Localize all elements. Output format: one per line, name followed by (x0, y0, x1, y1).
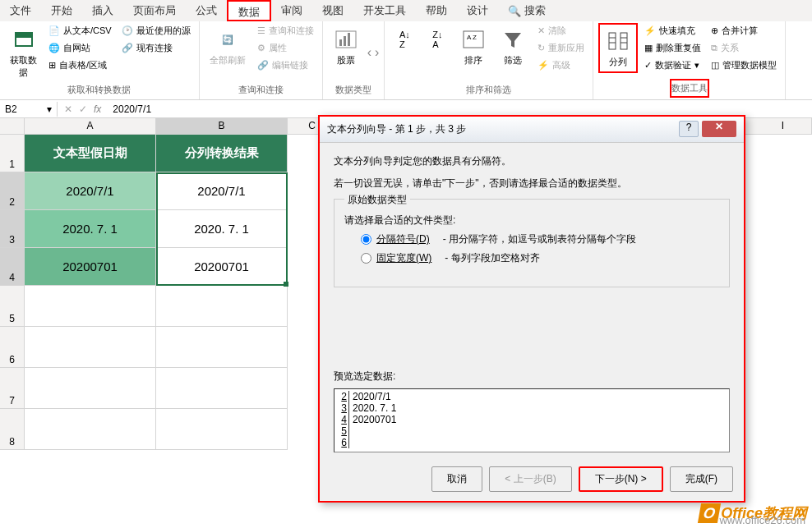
formula-input[interactable]: 2020/7/1 (108, 102, 812, 117)
tab-dev[interactable]: 开发工具 (353, 0, 416, 21)
name-box[interactable]: B2 ▾ (0, 102, 58, 117)
preview-box[interactable]: 22020/7/1 32020. 7. 1 420200701 5 6 (334, 388, 730, 452)
group-sort-filter: A↓Z Z↓A A Z 排序 筛选 ✕清除 ↻重新应用 ⚡高级 排序和筛选 (385, 21, 593, 99)
reapply-button[interactable]: ↻重新应用 (534, 40, 588, 56)
select-all-corner[interactable] (0, 118, 25, 134)
from-table-button[interactable]: ⊞自表格/区域 (45, 57, 115, 73)
finish-button[interactable]: 完成(F) (670, 466, 733, 492)
recent-sources-button[interactable]: 🕑最近使用的源 (118, 23, 194, 39)
row-header-1[interactable]: 1 (0, 135, 25, 172)
svg-rect-4 (344, 36, 346, 46)
group3-label: 数据类型 (328, 82, 380, 98)
manage-model-button[interactable]: ◫管理数据模型 (708, 57, 780, 73)
group-data-tools: 分列 ⚡快速填充 ▦删除重复值 ✓数据验证▾ ⊕合并计算 ⧉关系 ◫管理数据模型… (593, 21, 786, 99)
tab-home[interactable]: 开始 (41, 0, 82, 21)
dialog-titlebar[interactable]: 文本分列向导 - 第 1 步，共 3 步 ? ✕ (319, 116, 745, 143)
row-header-7[interactable]: 7 (0, 368, 25, 409)
existing-conn-button[interactable]: 🔗现有连接 (118, 40, 194, 56)
remove-dup-icon: ▦ (644, 43, 653, 53)
tab-search[interactable]: 🔍 搜索 (498, 0, 556, 21)
consolidate-button[interactable]: ⊕合并计算 (708, 23, 780, 39)
flash-icon: ⚡ (644, 25, 656, 36)
choose-type-label: 请选择最合适的文件类型: (344, 213, 719, 227)
tab-page-layout[interactable]: 页面布局 (123, 0, 186, 21)
dialog-close-button[interactable]: ✕ (702, 121, 736, 137)
connection-icon: 🔗 (122, 43, 133, 53)
group-data-types: 股票 ‹ › 数据类型 (323, 21, 385, 99)
advanced-button[interactable]: ⚡高级 (534, 57, 588, 73)
tab-help[interactable]: 帮助 (416, 0, 457, 21)
clear-button[interactable]: ✕清除 (534, 23, 588, 39)
svg-rect-5 (348, 33, 350, 46)
col-header-I[interactable]: I (754, 118, 812, 134)
chevron-down-icon[interactable]: ▾ (47, 103, 52, 115)
tab-design[interactable]: 设计 (457, 0, 498, 21)
tab-view[interactable]: 视图 (312, 0, 353, 21)
tab-insert[interactable]: 插入 (82, 0, 123, 21)
group1-label: 获取和转换数据 (5, 82, 194, 98)
remove-dup-button[interactable]: ▦删除重复值 (641, 40, 704, 56)
row-header-6[interactable]: 6 (0, 327, 25, 368)
consolidate-icon: ⊕ (711, 25, 718, 36)
stocks-button[interactable]: 股票 (328, 23, 364, 70)
properties-icon: ⚙ (257, 43, 265, 53)
sort-icon: A Z (460, 26, 487, 53)
cancel-button[interactable]: 取消 (431, 466, 482, 492)
properties-button[interactable]: ⚙属性 (254, 40, 317, 56)
flash-fill-button[interactable]: ⚡快速填充 (641, 23, 704, 39)
web-icon: 🌐 (48, 43, 60, 53)
radio-fixed-label[interactable]: 固定宽度(W) (376, 251, 431, 265)
ribbon: 获取数 据 📄从文本/CSV 🌐自网站 ⊞自表格/区域 🕑最近使用的源 🔗现有连… (0, 21, 812, 100)
refresh-all-button[interactable]: 🔄 全部刷新 (205, 23, 251, 70)
sort-az-button[interactable]: A↓Z (390, 23, 419, 56)
ribbon-tabs: 文件 开始 插入 页面布局 公式 数据 审阅 视图 开发工具 帮助 设计 🔍 搜… (0, 0, 812, 21)
data-val-button[interactable]: ✓数据验证▾ (641, 57, 704, 73)
from-web-button[interactable]: 🌐自网站 (45, 40, 115, 56)
nav-right-icon[interactable]: › (375, 45, 379, 60)
radio-delimited-label[interactable]: 分隔符号(D) (376, 232, 430, 246)
radio1-desc: - 用分隔字符，如逗号或制表符分隔每个字段 (443, 232, 636, 246)
cell-B1[interactable]: 分列转换结果 (156, 135, 288, 172)
cell-B3[interactable]: 2020. 7. 1 (156, 210, 288, 248)
get-data-button[interactable]: 获取数 据 (5, 23, 42, 82)
cell-B4[interactable]: 20200701 (156, 248, 288, 286)
cell-A1[interactable]: 文本型假日期 (25, 135, 156, 172)
from-text-button[interactable]: 📄从文本/CSV (45, 23, 115, 39)
dialog-help-button[interactable]: ? (679, 121, 699, 137)
cell-A4[interactable]: 20200701 (25, 248, 156, 286)
sort-button[interactable]: A Z 排序 (455, 23, 491, 70)
tab-review[interactable]: 审阅 (271, 0, 312, 21)
text-to-columns-wizard-dialog: 文本分列向导 - 第 1 步，共 3 步 ? ✕ 文本分列向导判定您的数据具有分… (318, 115, 745, 503)
recent-icon: 🕑 (122, 25, 133, 36)
edit-links-button[interactable]: 🔗编辑链接 (254, 57, 317, 73)
row-header-4[interactable]: 4 (0, 248, 25, 286)
nav-left-icon[interactable]: ‹ (367, 45, 371, 60)
dialog-line1: 文本分列向导判定您的数据具有分隔符。 (334, 154, 730, 168)
fx-icon[interactable]: fx (94, 103, 101, 115)
text-to-columns-button[interactable]: 分列 (598, 23, 638, 73)
radio-fixed-width[interactable] (361, 253, 371, 264)
col-header-B[interactable]: B (156, 118, 288, 134)
watermark-icon: O (698, 503, 721, 523)
enter-icon[interactable]: ✓ (79, 103, 87, 115)
cell-A2[interactable]: 2020/7/1 (25, 172, 156, 210)
radio2-desc: - 每列字段加空格对齐 (445, 251, 539, 265)
cancel-icon[interactable]: ✕ (64, 103, 72, 115)
next-button[interactable]: 下一步(N) > (579, 466, 663, 492)
col-header-A[interactable]: A (25, 118, 156, 134)
row-header-8[interactable]: 8 (0, 409, 25, 450)
tab-data[interactable]: 数据 (227, 0, 271, 21)
row-header-3[interactable]: 3 (0, 210, 25, 248)
row-header-2[interactable]: 2 (0, 172, 25, 210)
tab-file[interactable]: 文件 (0, 0, 41, 21)
relations-button[interactable]: ⧉关系 (708, 40, 780, 56)
row-header-5[interactable]: 5 (0, 286, 25, 327)
sort-za-button[interactable]: Z↓A (422, 23, 452, 56)
queries-button[interactable]: ☰查询和连接 (254, 23, 317, 39)
original-data-type-fieldset: 原始数据类型 请选择最合适的文件类型: 分隔符号(D) - 用分隔字符，如逗号或… (334, 199, 730, 287)
filter-button[interactable]: 筛选 (495, 23, 531, 70)
cell-A3[interactable]: 2020. 7. 1 (25, 210, 156, 248)
cell-B2[interactable]: 2020/7/1 (156, 172, 288, 210)
radio-delimited[interactable] (361, 234, 371, 245)
tab-formulas[interactable]: 公式 (186, 0, 227, 21)
